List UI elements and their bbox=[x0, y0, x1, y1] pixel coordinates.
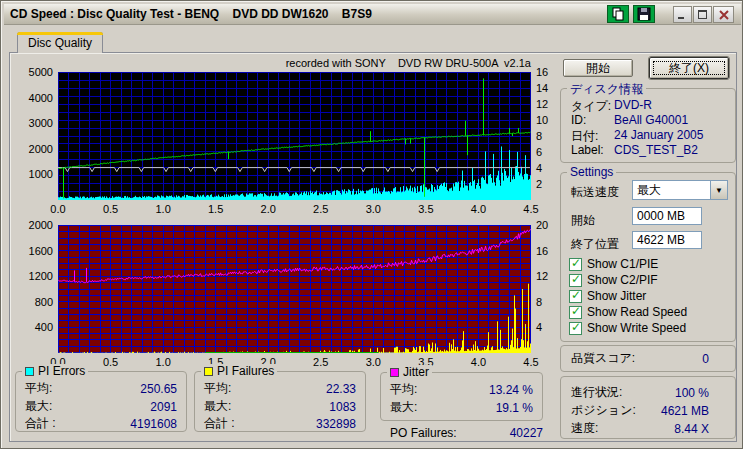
checkbox-show-c1-pie[interactable]: ✓ Show C1/PIE bbox=[569, 257, 658, 271]
y-axis-left-label: 400 bbox=[11, 321, 53, 333]
max-label: 最大: bbox=[204, 398, 231, 415]
disc-id-label: ID: bbox=[571, 113, 586, 127]
x-axis-label: 3.0 bbox=[358, 203, 388, 215]
title-bar[interactable]: CD Speed : Disc Quality Test - BENQ DVD … bbox=[4, 4, 741, 25]
quality-score-group: 品質スコア: 0 bbox=[560, 345, 736, 372]
exit-button-label: 終了(X) bbox=[669, 60, 709, 77]
pif-chart: 200016001200800400201612840.00.51.01.52.… bbox=[58, 225, 531, 353]
checkbox-label: Show Read Speed bbox=[587, 305, 687, 319]
checkbox-show-c2-pif[interactable]: ✓ Show C2/PIF bbox=[569, 273, 658, 287]
avg-value: 250.65 bbox=[140, 382, 177, 396]
progress-value: 100 % bbox=[675, 386, 709, 400]
start-button-label: 開始 bbox=[586, 60, 610, 77]
window-title: CD Speed : Disc Quality Test - BENQ DVD … bbox=[4, 7, 372, 21]
pi-errors-max-row: 最大: 2091 bbox=[25, 399, 177, 414]
x-axis-label: 3.5 bbox=[411, 203, 441, 215]
total-value: 332898 bbox=[316, 417, 356, 431]
checkbox-label: Show C2/PIF bbox=[587, 273, 658, 287]
exit-button[interactable]: 終了(X) bbox=[649, 57, 729, 79]
max-value: 1083 bbox=[329, 400, 356, 414]
x-axis-label: 4.0 bbox=[463, 356, 493, 368]
end-pos-label: 終了位置 bbox=[571, 236, 619, 253]
app-window: CD Speed : Disc Quality Test - BENQ DVD … bbox=[0, 0, 743, 449]
max-value: 2091 bbox=[150, 400, 177, 414]
copy-icon-glyph bbox=[611, 7, 625, 21]
close-icon bbox=[718, 9, 730, 21]
chevron-down-icon[interactable]: ▼ bbox=[710, 181, 727, 199]
x-axis-label: 4.5 bbox=[516, 203, 546, 215]
x-axis-label: 4.5 bbox=[516, 356, 546, 368]
progress-row: 進行状況: 100 % bbox=[571, 385, 709, 400]
pi-errors-avg-row: 平均: 250.65 bbox=[25, 381, 177, 396]
pi-errors-legend-swatch bbox=[25, 367, 34, 376]
checkbox-show-write-speed[interactable]: ✓ Show Write Speed bbox=[569, 321, 686, 335]
start-pos-value: 0000 MB bbox=[637, 209, 685, 223]
x-axis-label: 3.0 bbox=[358, 356, 388, 368]
copy-icon[interactable] bbox=[607, 5, 629, 23]
max-label: 最大: bbox=[25, 398, 52, 415]
progress-group: 進行状況: 100 % ポジション: 4621 MB 速度: 8.44 X bbox=[560, 376, 736, 439]
pi-errors-group-title: PI Errors bbox=[22, 364, 88, 378]
x-axis-label: 2.5 bbox=[306, 203, 336, 215]
maximize-button[interactable] bbox=[693, 6, 712, 23]
y-axis-left-label: 1600 bbox=[11, 245, 53, 257]
jitter-group: Jitter 平均: 13.24 % 最大: 19.1 % bbox=[380, 372, 543, 421]
quality-score-row: 品質スコア: 0 bbox=[571, 351, 709, 366]
speed-select[interactable]: 最大 ▼ bbox=[632, 180, 728, 200]
total-label: 合計 : bbox=[204, 415, 235, 432]
po-failures-row: PO Failures: 40227 bbox=[390, 425, 543, 440]
settings-group-title: Settings bbox=[567, 165, 616, 179]
x-axis-label: 0.0 bbox=[43, 203, 73, 215]
x-axis-label: 0.5 bbox=[96, 356, 126, 368]
save-icon[interactable] bbox=[633, 5, 655, 23]
total-label: 合計 : bbox=[25, 415, 56, 432]
checkbox-box: ✓ bbox=[569, 274, 582, 287]
pi-failures-total-row: 合計 : 332898 bbox=[204, 416, 356, 431]
pi-failures-avg-row: 平均: 22.33 bbox=[204, 381, 356, 396]
progress-label: 進行状況: bbox=[571, 384, 622, 401]
x-axis-label: 2.0 bbox=[253, 203, 283, 215]
y-axis-left-label: 5000 bbox=[11, 66, 53, 78]
pi-failures-group-title: PI Failures bbox=[201, 364, 277, 378]
pi-failures-legend-swatch bbox=[204, 367, 213, 376]
minimize-button[interactable] bbox=[673, 6, 692, 23]
y-axis-left-label: 1200 bbox=[11, 270, 53, 282]
check-icon: ✓ bbox=[571, 304, 581, 318]
jitter-legend-swatch bbox=[390, 368, 399, 377]
avg-label: 平均: bbox=[204, 380, 231, 397]
disc-id-value: BeAll G40001 bbox=[614, 113, 688, 127]
jitter-title: Jitter bbox=[403, 365, 429, 379]
x-axis-label: 0.5 bbox=[96, 203, 126, 215]
jitter-group-title: Jitter bbox=[387, 365, 432, 379]
checkbox-label: Show Write Speed bbox=[587, 321, 686, 335]
pi-failures-group: PI Failures 平均: 22.33 最大: 1083 合計 : 3328… bbox=[194, 371, 366, 432]
avg-value: 22.33 bbox=[326, 382, 356, 396]
pie-chart: 500040003000200010001614121086420.00.51.… bbox=[58, 72, 531, 200]
po-failures-value: 40227 bbox=[510, 426, 543, 440]
settings-group: Settings 転送速度 最大 ▼ 開始 0000 MB 終了位置 4622 … bbox=[560, 172, 736, 342]
x-axis-label: 1.0 bbox=[148, 356, 178, 368]
disc-info-group-title: ディスク情報 bbox=[567, 81, 646, 98]
checkbox-box: ✓ bbox=[569, 322, 582, 335]
check-icon: ✓ bbox=[571, 288, 581, 302]
maximize-icon bbox=[697, 9, 708, 20]
x-axis-label: 1.0 bbox=[148, 203, 178, 215]
tab-disc-quality[interactable]: Disc Quality bbox=[17, 32, 103, 53]
pi-failures-title: PI Failures bbox=[217, 364, 274, 378]
start-button[interactable]: 開始 bbox=[563, 59, 633, 77]
start-pos-field[interactable]: 0000 MB bbox=[632, 207, 702, 225]
pie-chart-canvas bbox=[58, 72, 531, 200]
speed-label: 転送速度 bbox=[571, 184, 619, 201]
checkbox-show-read-speed[interactable]: ✓ Show Read Speed bbox=[569, 305, 687, 319]
checkbox-show-jitter[interactable]: ✓ Show Jitter bbox=[569, 289, 646, 303]
avg-label: 平均: bbox=[25, 380, 52, 397]
speed-select-value: 最大 bbox=[633, 182, 710, 199]
y-axis-left-label: 2000 bbox=[11, 143, 53, 155]
end-pos-field[interactable]: 4622 MB bbox=[632, 231, 702, 249]
max-value: 19.1 % bbox=[496, 401, 533, 415]
po-failures-label: PO Failures: bbox=[390, 426, 457, 440]
save-icon-glyph bbox=[637, 7, 651, 21]
pi-errors-total-row: 合計 : 4191608 bbox=[25, 416, 177, 431]
close-button[interactable] bbox=[713, 6, 734, 23]
y-axis-left-label: 2000 bbox=[11, 219, 53, 231]
